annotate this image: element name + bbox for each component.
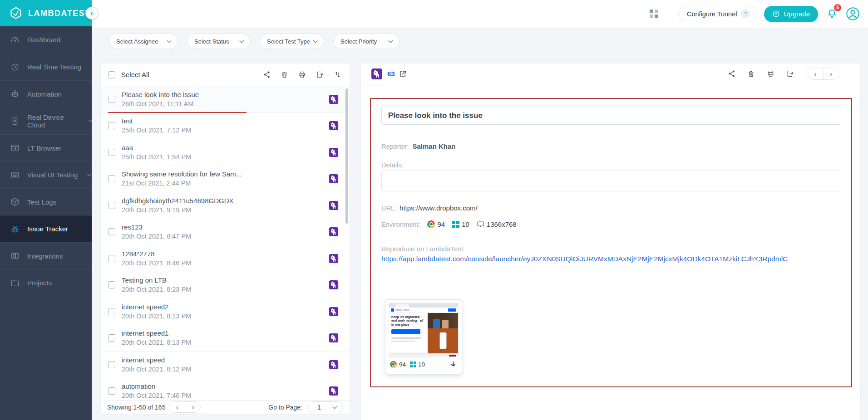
issue-list-item[interactable]: 1284*2778 20th Oct 2021, 8:46 PM xyxy=(101,245,350,272)
issue-checkbox[interactable] xyxy=(108,149,115,156)
issue-checkbox[interactable] xyxy=(108,361,115,368)
sidebar-item-test-logs[interactable]: Test Logs xyxy=(0,188,92,215)
bug-icon xyxy=(10,224,20,234)
reporter-label: Reporter: xyxy=(381,143,409,150)
upgrade-button[interactable]: Upgrade xyxy=(764,6,818,22)
real-time-testing-icon xyxy=(10,62,20,72)
sidebar-item-real-time-testing[interactable]: Real Time Testing xyxy=(0,54,92,81)
resolution-value: 1366x768 xyxy=(487,220,517,228)
issue-text: automation 20th Oct 2021, 7:46 PM xyxy=(122,382,191,400)
sidebar-item-lt-browser[interactable]: LT Browser xyxy=(0,134,92,161)
datadog-icon xyxy=(329,333,339,343)
issue-title: internet speed2 xyxy=(122,303,191,311)
sidebar-item-projects[interactable]: Projects xyxy=(0,269,92,297)
issue-list-item[interactable]: automation 20th Oct 2021, 7:46 PM xyxy=(101,378,350,401)
issue-list-item[interactable]: test 25th Oct 2021, 7:12 PM xyxy=(101,113,350,140)
brand-logo[interactable]: LAMBDATEST xyxy=(0,0,92,26)
prev-page-button[interactable]: ‹ xyxy=(169,402,185,412)
issue-title: internet speed1 xyxy=(122,329,191,337)
screenshot-thumbnail[interactable]: Keep life organized and work moving—all … xyxy=(385,299,462,375)
sidebar-item-dashboard[interactable]: Dashboard xyxy=(0,26,92,54)
sidebar-item-real-device-cloud[interactable]: Real Device Cloud xyxy=(0,107,92,135)
issue-list-item[interactable]: Please look into the issue 26th Oct 2021… xyxy=(101,86,350,113)
configure-tunnel-button[interactable]: Configure Tunnel ? xyxy=(678,6,756,22)
issue-list-item[interactable]: res123 20th Oct 2021, 8:47 PM xyxy=(101,219,350,246)
issue-title: internet speed xyxy=(122,356,191,364)
filter-test-type[interactable]: Select Test Type xyxy=(260,34,324,49)
next-issue-button[interactable]: › xyxy=(823,68,839,79)
filter-assignee[interactable]: Select Assignee xyxy=(109,34,178,49)
prev-issue-button[interactable]: ‹ xyxy=(807,68,823,79)
sidebar-item-label: Dashboard xyxy=(27,36,60,44)
datadog-icon[interactable] xyxy=(371,68,383,80)
issue-list-item[interactable]: internet speed 20th Oct 2021, 8:12 PM xyxy=(101,352,350,378)
export-icon[interactable] xyxy=(786,70,794,78)
export-icon[interactable] xyxy=(316,71,324,78)
issue-title: Please look into the issue xyxy=(122,91,199,99)
print-icon[interactable] xyxy=(298,71,306,78)
issue-list-header: Select All xyxy=(101,63,350,86)
issue-list-item[interactable]: Testing on LTB 20th Oct 2021, 8:23 PM xyxy=(101,272,350,299)
page-select[interactable]: 1 xyxy=(307,401,343,413)
next-page-button[interactable]: › xyxy=(185,402,200,412)
download-icon[interactable] xyxy=(449,361,457,368)
chrome-icon xyxy=(390,361,397,368)
filter-status[interactable]: Select Status xyxy=(187,34,251,49)
issue-checkbox[interactable] xyxy=(108,96,115,103)
sidebar-item-issue-tracker[interactable]: Issue Tracker xyxy=(0,215,92,243)
mini-signup-button xyxy=(448,308,456,312)
chevron-down-icon xyxy=(88,118,93,122)
issue-checkbox[interactable] xyxy=(108,281,115,288)
issue-checkbox[interactable] xyxy=(108,175,115,182)
delete-icon[interactable] xyxy=(281,71,288,78)
apps-grid-icon[interactable] xyxy=(649,9,659,19)
issue-checkbox[interactable] xyxy=(108,308,115,315)
print-icon[interactable] xyxy=(767,70,774,78)
datadog-icon xyxy=(329,227,339,237)
filter-priority[interactable]: Select Priority xyxy=(333,34,399,49)
filter-assignee-label: Select Assignee xyxy=(116,38,158,45)
issue-title-input[interactable] xyxy=(381,107,841,125)
sidebar-item-automation[interactable]: Automation xyxy=(0,80,92,107)
issue-list-item[interactable]: aaa 25th Oct 2021, 1:54 PM xyxy=(101,139,350,166)
issue-list-item[interactable]: internet speed1 20th Oct 2021, 8:13 PM xyxy=(101,325,350,352)
chrome-icon xyxy=(427,220,435,228)
share-icon[interactable] xyxy=(728,70,735,78)
datadog-icon xyxy=(329,147,339,157)
issue-list-item[interactable]: internet speed2 20th Oct 2021, 8:13 PM xyxy=(101,298,350,325)
list-scrollbar[interactable] xyxy=(345,88,348,224)
issue-text: aaa 25th Oct 2021, 1:54 PM xyxy=(122,144,191,161)
sidebar-item-integrations[interactable]: Integrations xyxy=(0,242,92,269)
sidebar-item-visual-ui-testing[interactable]: Visual UI Testing xyxy=(0,161,92,189)
sidebar-nav: Dashboard Real Time Testing Automation R… xyxy=(0,26,92,296)
issue-checkbox[interactable] xyxy=(108,228,115,235)
topbar: Configure Tunnel ? Upgrade 5 xyxy=(92,0,868,28)
sidebar-collapse-button[interactable]: ‹ xyxy=(85,7,98,20)
sidebar-item-label: Issue Tracker xyxy=(27,225,68,233)
notifications-bell-icon[interactable]: 5 xyxy=(826,7,838,21)
issue-checkbox[interactable] xyxy=(108,122,115,129)
user-avatar[interactable] xyxy=(846,7,860,21)
chevron-down-icon xyxy=(333,404,337,409)
external-link-icon[interactable] xyxy=(399,70,406,78)
issue-list-item[interactable]: dgfkdhgkhoieyth2411u54698GDGDX 20th Oct … xyxy=(101,192,350,219)
select-all-checkbox[interactable] xyxy=(108,71,115,78)
sidebar-item-label: LT Browser xyxy=(27,144,61,152)
chevron-down-icon xyxy=(240,39,244,43)
sort-icon[interactable] xyxy=(334,71,341,78)
share-icon[interactable] xyxy=(263,71,271,78)
issue-checkbox[interactable] xyxy=(108,255,115,262)
help-icon[interactable]: ? xyxy=(741,10,750,18)
details-input[interactable] xyxy=(381,171,841,191)
chevron-down-icon xyxy=(389,39,393,43)
reproduce-link[interactable]: https://app.lambdatest.com/console/launc… xyxy=(381,255,843,263)
issue-checkbox[interactable] xyxy=(108,387,115,395)
delete-icon[interactable] xyxy=(747,70,755,78)
real-device-cloud-icon xyxy=(10,116,20,126)
issue-checkbox[interactable] xyxy=(108,334,115,342)
issue-text: internet speed 20th Oct 2021, 8:12 PM xyxy=(122,356,191,373)
issue-list-item[interactable]: Showing same resolution for few Sam... 2… xyxy=(101,166,350,193)
issue-checkbox[interactable] xyxy=(108,202,115,209)
datadog-icon xyxy=(329,386,339,396)
issue-text: res123 20th Oct 2021, 8:47 PM xyxy=(122,223,191,240)
